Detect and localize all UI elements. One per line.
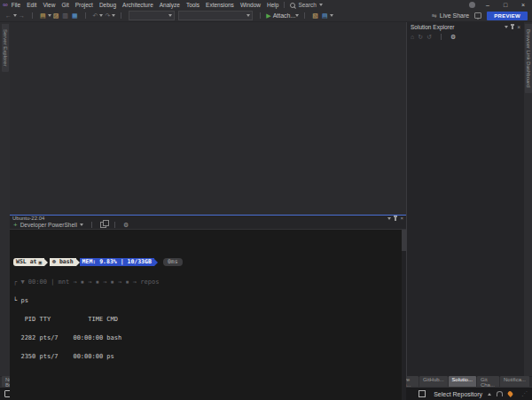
vs-window: ∞ FileEditViewGitProjectDebugArchitectur… — [0, 0, 532, 400]
browser-link-dashboard-vertical-tab[interactable]: Browser Link Dashboard — [525, 24, 532, 93]
chevron-down-icon[interactable] — [112, 14, 115, 17]
select-repository-button[interactable]: Select Repository — [434, 391, 482, 397]
save-all-icon[interactable]: ▦ — [72, 10, 78, 21]
prompt-wsl-segment: WSL at▣ — [13, 258, 44, 266]
search-label: Search — [298, 2, 317, 8]
open-file-icon[interactable]: ▨ — [53, 10, 59, 21]
live-share-label: Live Share — [440, 12, 469, 19]
menu-item[interactable]: Project — [75, 2, 93, 8]
chevron-down-icon[interactable] — [13, 14, 17, 17]
live-share-icon: ⇋ — [432, 10, 437, 21]
divider — [284, 2, 285, 8]
preview-button[interactable]: PREVIEW — [487, 12, 528, 20]
feedback-icon[interactable] — [474, 12, 481, 19]
menu-item[interactable]: Architecture — [122, 2, 153, 8]
undo-icon[interactable]: ↶ — [93, 10, 98, 21]
minimize-button[interactable]: – — [482, 2, 493, 8]
window-position-icon[interactable] — [505, 26, 508, 28]
terminal-output-line: PID TTY TIME CMD — [13, 317, 406, 323]
close-button[interactable]: × — [518, 2, 528, 8]
panel-title: Solution Explorer — [411, 24, 455, 30]
menu-item[interactable]: Help — [267, 2, 278, 8]
solution-platforms-dropdown[interactable] — [178, 11, 253, 20]
prompt-shell-segment: ⊗ bash — [50, 258, 75, 266]
hot-reload-flame-icon[interactable] — [507, 390, 514, 397]
close-icon[interactable]: × — [517, 24, 520, 30]
collapse-all-icon[interactable]: ↺ — [426, 34, 432, 41]
resize-grip[interactable]: ⋰ — [521, 390, 528, 397]
menu-item[interactable]: Git — [61, 2, 68, 8]
visual-studio-logo-icon: ∞ — [3, 1, 8, 9]
menu-item[interactable]: Extensions — [206, 2, 234, 8]
standard-toolbar: ← → ▤ ▨ ▥ ▦ ↶ ↷ ▶ Attach... ▧ ▤ ⇋ Live S… — [0, 10, 532, 22]
chevron-down-icon[interactable] — [80, 224, 83, 226]
menu-bar: FileEditViewGitProjectDebugArchitectureA… — [12, 2, 279, 8]
refresh-icon[interactable]: ↻ — [418, 34, 423, 41]
solution-explorer-sync-icon[interactable]: ▤ — [322, 10, 328, 21]
switch-views-wrench-icon[interactable]: ⚙ — [450, 34, 456, 41]
chevron-down-icon[interactable] — [48, 14, 51, 17]
divider — [32, 12, 33, 19]
powerline-arrow — [154, 259, 158, 266]
main-body: Server Explorer Ubuntu-22.04 × + Develop… — [0, 22, 532, 376]
toolbar-right: ⇋ Live Share PREVIEW — [432, 10, 532, 21]
toolbar-overflow-icon[interactable] — [330, 14, 333, 17]
divider — [304, 12, 305, 19]
menu-item[interactable]: File — [12, 2, 20, 8]
solution-explorer-toolbar: ⌂ ↻ ↺ ⚙ — [407, 32, 524, 42]
menu-item[interactable]: Debug — [99, 2, 116, 8]
maximize-button[interactable]: □ — [500, 2, 511, 8]
save-icon[interactable]: ▥ — [62, 10, 68, 21]
start-debug-icon[interactable]: ▶ — [266, 12, 270, 20]
menu-item[interactable]: View — [43, 2, 55, 8]
account-avatar[interactable] — [469, 2, 475, 8]
solution-configurations-dropdown[interactable] — [129, 11, 175, 20]
window-position-icon[interactable] — [387, 217, 391, 220]
prompt-memory-segment: MEM: 9.83% | 10/33GB — [80, 258, 154, 266]
find-in-files-icon[interactable]: ▧ — [312, 10, 318, 21]
title-bar: ∞ FileEditViewGitProjectDebugArchitectur… — [0, 0, 532, 10]
divider — [114, 222, 115, 228]
search-box[interactable]: Search — [290, 2, 323, 8]
menu-item[interactable]: Tools — [186, 2, 200, 8]
chevron-up-icon — [488, 393, 491, 396]
scrollbar-thumb[interactable] — [402, 230, 406, 251]
terminal-toolbar: + Developer PowerShell ⚙ — [10, 221, 406, 230]
attach-button[interactable]: Attach... — [273, 12, 296, 19]
pin-icon[interactable] — [512, 25, 513, 29]
terminal-command-line: └ ps — [13, 298, 406, 304]
menu-item[interactable]: Edit — [27, 2, 36, 8]
divider — [121, 12, 121, 19]
navigate-back-icon[interactable]: ← — [5, 10, 12, 21]
panel-header-icons: × — [505, 24, 520, 30]
menu-item[interactable]: Window — [240, 2, 261, 8]
terminal-profile-label[interactable]: Developer PowerShell — [20, 222, 77, 228]
new-terminal-icon[interactable]: + — [13, 221, 18, 229]
center-column: Ubuntu-22.04 × + Developer PowerShell ⚙ — [10, 22, 406, 376]
terminal-output-line: 2282 pts/7 00:00:00 bash — [13, 335, 406, 341]
server-explorer-vertical-tab[interactable]: Server Explorer — [2, 24, 9, 72]
prompt-path-line: ┌ ▼ 00:00 | mnt → ▪ → ▪ → ▪ → ▪ → repos — [13, 279, 406, 286]
editor-empty-area — [10, 22, 406, 215]
redo-icon[interactable]: ↷ — [105, 10, 110, 21]
split-terminal-icon[interactable] — [100, 222, 106, 228]
solution-explorer-body[interactable] — [407, 42, 524, 376]
right-dock-strip: Browser Link Dashboard — [524, 22, 532, 376]
terminal-scrollbar[interactable] — [402, 230, 406, 400]
navigate-forward-icon[interactable]: → — [19, 10, 25, 21]
menu-item[interactable]: Analyze — [160, 2, 180, 8]
chevron-down-icon[interactable] — [99, 14, 103, 17]
prompt-line: WSL at▣ ⊗ bash MEM: 9.83% | 10/33GB 0ms — [13, 258, 406, 266]
new-project-icon[interactable]: ▤ — [40, 10, 46, 21]
terminal-output[interactable]: WSL at▣ ⊗ bash MEM: 9.83% | 10/33GB 0ms … — [10, 230, 406, 400]
terminal-settings-icon[interactable]: ⚙ — [123, 222, 129, 229]
powerline-arrow — [44, 259, 48, 266]
terminal-panel: Ubuntu-22.04 × + Developer PowerShell ⚙ — [10, 215, 406, 376]
chevron-down-icon — [246, 14, 250, 17]
distro-icon: ▣ — [38, 259, 42, 265]
live-share-button[interactable]: ⇋ Live Share — [432, 10, 469, 21]
chevron-down-icon[interactable] — [295, 14, 299, 17]
pin-icon[interactable] — [395, 216, 396, 221]
notifications-bell-icon[interactable] — [497, 391, 503, 396]
home-icon[interactable]: ⌂ — [411, 34, 414, 40]
